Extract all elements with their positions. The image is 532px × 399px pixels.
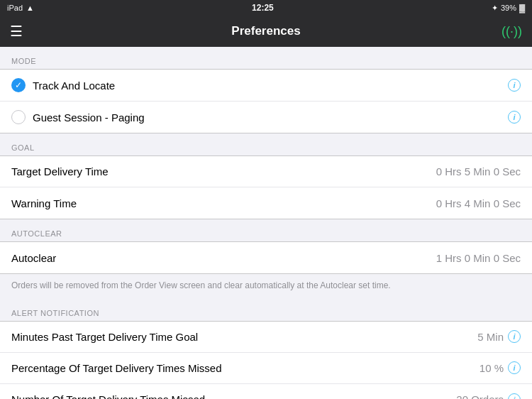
autoclear-label: Autoclear	[11, 252, 56, 264]
guest-session-info-icon[interactable]: i	[508, 111, 521, 124]
percentage-missed-row[interactable]: Percentage Of Target Delivery Times Miss…	[0, 353, 532, 384]
guest-session-label: Guest Session - Paging	[33, 111, 145, 124]
number-missed-label: Number Of Target Delivery Times Missed	[11, 393, 205, 399]
mode-section-header: MODE	[0, 47, 532, 69]
alert-notification-section-group: Minutes Past Target Delivery Time Goal 5…	[0, 321, 532, 399]
target-delivery-time-row[interactable]: Target Delivery Time 0 Hrs 5 Min 0 Sec	[0, 156, 532, 187]
minutes-past-target-info-icon[interactable]: i	[508, 330, 521, 343]
number-missed-value: 20 Orders	[456, 393, 504, 399]
guest-session-checkbox[interactable]	[11, 110, 26, 124]
page-title: Preferences	[231, 24, 300, 38]
minutes-past-target-row[interactable]: Minutes Past Target Delivery Time Goal 5…	[0, 322, 532, 353]
number-missed-info-icon[interactable]: i	[508, 393, 521, 399]
percentage-missed-info-icon[interactable]: i	[508, 361, 521, 374]
autoclear-section-header: AUTOCLEAR	[0, 219, 532, 241]
track-locate-label: Track And Locate	[33, 80, 115, 92]
bluetooth-icon: ✦	[492, 4, 498, 13]
wifi-icon: ▲	[26, 4, 34, 12]
autoclear-section-group: Autoclear 1 Hrs 0 Min 0 Sec	[0, 241, 532, 274]
warning-time-row[interactable]: Warning Time 0 Hrs 4 Min 0 Sec	[0, 187, 532, 219]
autoclear-description: Orders will be removed from the Order Vi…	[0, 274, 532, 299]
mode-section-group: ✓ Track And Locate i Guest Session - Pag…	[0, 69, 532, 133]
number-missed-row[interactable]: Number Of Target Delivery Times Missed 2…	[0, 384, 532, 399]
goal-section-header: GOAL	[0, 133, 532, 155]
percentage-missed-label: Percentage Of Target Delivery Times Miss…	[11, 362, 222, 374]
menu-icon[interactable]: ☰	[10, 24, 23, 38]
warning-time-value: 0 Hrs 4 Min 0 Sec	[436, 197, 521, 209]
status-left: iPad ▲	[7, 4, 34, 12]
track-locate-info-icon[interactable]: i	[508, 79, 521, 92]
signal-icon[interactable]: ((·))	[501, 24, 522, 39]
carrier-label: iPad	[7, 4, 23, 12]
target-delivery-time-label: Target Delivery Time	[11, 165, 109, 177]
percentage-missed-value: 10 %	[480, 362, 504, 374]
status-right: ✦ 39% ▓	[492, 4, 525, 13]
track-locate-checkbox[interactable]: ✓	[11, 78, 26, 92]
nav-bar: ☰ Preferences ((·))	[0, 16, 532, 47]
goal-section-group: Target Delivery Time 0 Hrs 5 Min 0 Sec W…	[0, 155, 532, 219]
status-time: 12:25	[252, 3, 274, 13]
battery-icon: ▓	[519, 4, 525, 12]
target-delivery-time-value: 0 Hrs 5 Min 0 Sec	[436, 165, 521, 177]
track-and-locate-row[interactable]: ✓ Track And Locate i	[0, 70, 532, 102]
autoclear-row[interactable]: Autoclear 1 Hrs 0 Min 0 Sec	[0, 242, 532, 273]
minutes-past-target-label: Minutes Past Target Delivery Time Goal	[11, 331, 198, 343]
battery-label: 39%	[501, 4, 516, 12]
alert-notification-section-header: ALERT NOTIFICATION	[0, 299, 532, 321]
minutes-past-target-value: 5 Min	[477, 331, 504, 343]
warning-time-label: Warning Time	[11, 197, 77, 209]
autoclear-value: 1 Hrs 0 Min 0 Sec	[436, 252, 521, 264]
content-area: MODE ✓ Track And Locate i Guest Session …	[0, 47, 532, 399]
guest-session-row[interactable]: Guest Session - Paging i	[0, 102, 532, 133]
status-bar: iPad ▲ 12:25 ✦ 39% ▓	[0, 0, 532, 16]
